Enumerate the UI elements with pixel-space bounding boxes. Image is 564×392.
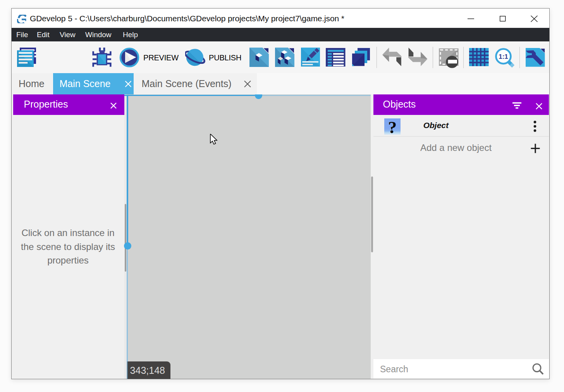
svg-text:1:1: 1:1 xyxy=(499,53,508,60)
